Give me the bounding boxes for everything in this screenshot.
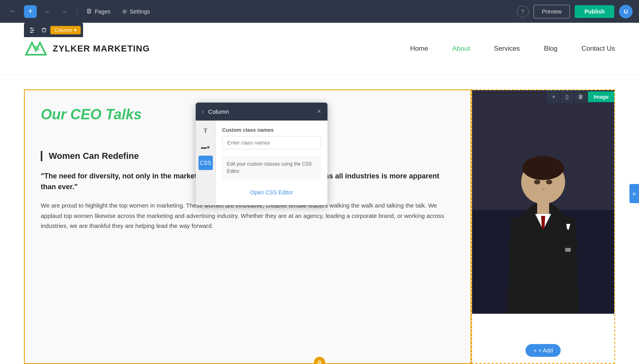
column-settings-button[interactable] <box>26 24 38 36</box>
image-add-button[interactable]: + <box>547 90 560 103</box>
svg-point-24 <box>522 156 564 180</box>
avatar[interactable]: U <box>619 5 633 18</box>
panel-tab-text[interactable]: T <box>198 124 213 138</box>
preview-button[interactable]: Preview <box>534 5 570 18</box>
column-type-label[interactable]: Column ▾ <box>50 26 81 34</box>
pages-label: Pages <box>95 8 111 15</box>
settings-icon <box>122 9 127 14</box>
svg-point-9 <box>30 28 32 29</box>
help-button[interactable]: ? <box>517 6 529 18</box>
settings-label: Settings <box>130 8 150 15</box>
ceo-illustration <box>472 90 614 314</box>
panel-hint: Edit your custom classes using the CSS E… <box>222 156 321 180</box>
panel-tab-css[interactable]: CSS <box>198 156 213 170</box>
style-tab-icon: ▬● <box>201 144 210 150</box>
right-edge-toggle[interactable]: « <box>629 184 639 203</box>
nav-logo: ZYLKER MARKETING <box>24 39 150 59</box>
nav-contact[interactable]: Contact Us <box>581 45 615 53</box>
svg-point-29 <box>318 361 321 364</box>
column-delete-button[interactable] <box>38 24 50 36</box>
publish-button[interactable]: Publish <box>575 5 614 18</box>
image-toolbar: + ▯ 🗑 Image <box>547 90 614 103</box>
toolbar: ← + ← → Pages Settings ? Preview Publish… <box>0 0 639 23</box>
panel-body: T ▬● CSS Custom class names Edit your cu… <box>196 121 327 205</box>
redo-button[interactable]: → <box>58 6 70 18</box>
panel-header: ‹ Column × <box>196 103 327 121</box>
image-copy-button[interactable]: ▯ <box>561 90 574 103</box>
panel-close-button[interactable]: × <box>317 107 321 116</box>
toolbar-divider <box>77 6 77 18</box>
panel-tabs: T ▬● CSS <box>196 121 216 205</box>
nav-blog[interactable]: Blog <box>544 45 558 53</box>
nav-bar: ZYLKER MARKETING Home About Services Blo… <box>0 23 639 75</box>
svg-point-26 <box>546 180 552 184</box>
field-label: Custom class names <box>222 127 321 133</box>
svg-point-4 <box>124 11 125 12</box>
svg-rect-27 <box>565 248 571 252</box>
toggle-icon: « <box>633 190 636 197</box>
back-button[interactable]: ← <box>6 5 19 18</box>
ceo-image <box>472 90 614 314</box>
pages-icon <box>87 9 92 14</box>
image-add-overlay-button[interactable]: + + Add <box>526 344 561 357</box>
image-delete-button[interactable]: 🗑 <box>574 90 587 103</box>
column-toolbar: Column ▾ <box>24 23 83 37</box>
trash-icon <box>41 27 47 33</box>
nav-links: Home About Services Blog Contact Us <box>410 45 615 53</box>
class-names-input[interactable] <box>222 136 321 149</box>
nav-services[interactable]: Services <box>494 45 520 53</box>
svg-point-13 <box>30 32 32 33</box>
text-tab-icon: T <box>204 128 207 134</box>
image-label: Image <box>588 91 614 102</box>
svg-point-11 <box>32 30 34 31</box>
svg-point-25 <box>534 180 540 184</box>
undo-button[interactable]: ← <box>42 6 54 18</box>
open-css-editor-link[interactable]: Open CSS Editor <box>222 186 321 199</box>
right-column: + ▯ 🗑 Image <box>471 89 615 364</box>
panel-tab-style[interactable]: ▬● <box>198 140 213 154</box>
nav-about[interactable]: About <box>452 45 470 53</box>
add-icon: + <box>534 347 537 354</box>
website-preview: ZYLKER MARKETING Home About Services Blo… <box>0 23 639 364</box>
settings-button[interactable]: Settings <box>119 7 153 16</box>
nav-home[interactable]: Home <box>410 45 428 53</box>
panel-back-button[interactable]: ‹ <box>202 108 204 115</box>
svg-rect-14 <box>42 29 46 32</box>
sliders-icon <box>29 27 35 33</box>
panel-content: Custom class names Edit your custom clas… <box>216 121 327 205</box>
css-tab-label: CSS <box>200 160 211 166</box>
pages-button[interactable]: Pages <box>83 7 114 16</box>
logo-icon <box>24 39 48 59</box>
logo-text: ZYLKER MARKETING <box>53 44 150 54</box>
dropdown-arrow-icon: ▾ <box>74 27 77 33</box>
svg-marker-5 <box>26 43 46 55</box>
resize-icon <box>317 360 322 364</box>
panel-title: Column <box>208 108 313 115</box>
column-panel: ‹ Column × T ▬● CSS Custom class names E… <box>196 103 327 205</box>
add-button[interactable]: + <box>24 5 37 18</box>
